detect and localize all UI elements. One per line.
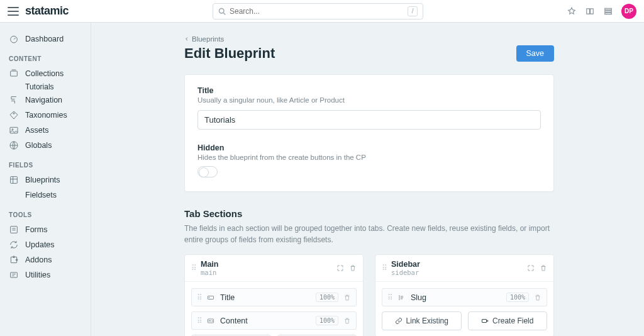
search-input[interactable]: [230, 7, 404, 16]
tab-name[interactable]: Sidebar: [391, 260, 522, 269]
global-search[interactable]: /: [213, 3, 423, 20]
nav-addons[interactable]: Addons: [0, 252, 91, 267]
nav-navigation[interactable]: Navigation: [0, 92, 91, 108]
svg-rect-16: [11, 272, 18, 277]
drag-handle-icon[interactable]: ⠿: [387, 293, 392, 302]
svg-rect-2: [605, 8, 612, 9]
wrench-icon: [9, 270, 19, 280]
search-shortcut-hint: /: [408, 6, 418, 16]
drag-handle-icon[interactable]: ⠿: [197, 316, 201, 325]
nav-utilities[interactable]: Utilities: [0, 267, 91, 283]
width-badge[interactable]: 100%: [506, 293, 529, 302]
save-button[interactable]: Save: [516, 45, 555, 62]
svg-rect-11: [11, 177, 18, 184]
hidden-label: Hidden: [197, 143, 541, 152]
trash-icon[interactable]: [349, 264, 357, 272]
nav-label: Dashboard: [25, 35, 64, 43]
svg-point-7: [13, 113, 14, 114]
navigation-icon: [9, 95, 19, 105]
nav-dashboard[interactable]: Dashboard: [0, 31, 91, 47]
field-name: Title: [220, 293, 311, 302]
trash-icon[interactable]: [534, 294, 541, 301]
hidden-toggle[interactable]: [197, 166, 218, 177]
nav-label: Navigation: [25, 96, 62, 104]
expand-icon[interactable]: [527, 264, 535, 272]
field-name: Slug: [411, 293, 501, 302]
nav-label: Utilities: [25, 271, 50, 279]
chevron-left-icon: [184, 36, 189, 42]
svg-line-1: [223, 13, 225, 14]
nav-blueprints[interactable]: Blueprints: [0, 172, 91, 188]
nav-globals[interactable]: Globals: [0, 138, 91, 153]
breadcrumb-parent: Blueprints: [192, 35, 224, 43]
svg-rect-20: [482, 320, 487, 323]
title-label: Title: [197, 86, 541, 95]
collections-icon: [9, 69, 19, 79]
nav-label: Globals: [25, 141, 52, 150]
hidden-field-block: Hidden Hides the blueprint from the crea…: [197, 143, 541, 177]
title-input[interactable]: [197, 110, 541, 130]
nav-forms[interactable]: Forms: [0, 222, 91, 237]
field-row[interactable]: ⠿ Content 100%: [191, 311, 357, 330]
gauge-icon: [9, 34, 19, 44]
drag-handle-icon[interactable]: ⠿: [382, 264, 386, 272]
svg-point-9: [12, 129, 13, 130]
hidden-help: Hides the blueprint from the create butt…: [197, 154, 541, 161]
tab-card-sidebar: ⠿ Sidebar sidebar: [375, 254, 554, 336]
globe-icon: [9, 140, 19, 150]
tag-icon: [9, 110, 19, 120]
nav-label: Updates: [25, 240, 55, 249]
svg-rect-12: [11, 227, 18, 233]
search-icon: [218, 8, 226, 15]
nav-label: Forms: [25, 225, 47, 234]
nav-collections[interactable]: Collections: [0, 66, 91, 81]
width-badge[interactable]: 100%: [316, 316, 338, 325]
button-label: Create Field: [492, 316, 533, 325]
trash-icon[interactable]: [540, 264, 547, 272]
field-row[interactable]: ⠿ Slug 100%: [382, 288, 547, 306]
svg-rect-4: [605, 13, 612, 14]
link-icon: [395, 317, 402, 325]
blueprint-settings-card: Title Usually a singular noun, like Arti…: [184, 74, 554, 192]
field-name: Content: [220, 316, 311, 325]
nav-assets[interactable]: Assets: [0, 123, 91, 138]
trash-icon[interactable]: [343, 317, 351, 325]
preferences-icon[interactable]: [604, 7, 613, 16]
nav-taxonomies[interactable]: Taxonomies: [0, 108, 91, 123]
nav-heading-content: CONTENT: [0, 47, 91, 66]
field-row[interactable]: ⠿ Title 100%: [191, 288, 357, 306]
nav-collections-tutorials[interactable]: Tutorials: [0, 81, 91, 92]
link-existing-button[interactable]: Link Existing: [382, 311, 462, 330]
nav-updates[interactable]: Updates: [0, 237, 91, 252]
plus-field-icon: [481, 317, 489, 325]
trash-icon[interactable]: [343, 294, 351, 301]
nav-label: Blueprints: [25, 176, 60, 184]
nav-fieldsets[interactable]: Fieldsets: [0, 188, 91, 203]
avatar[interactable]: DP: [621, 4, 636, 19]
fieldset-icon: [9, 190, 19, 200]
book-icon[interactable]: [585, 7, 595, 16]
create-field-button[interactable]: Create Field: [468, 311, 548, 330]
svg-rect-6: [11, 71, 18, 76]
drag-handle-icon[interactable]: ⠿: [191, 264, 196, 272]
pin-icon[interactable]: [567, 7, 576, 16]
breadcrumb[interactable]: Blueprints: [184, 35, 554, 43]
tab-sections-help: The fields in each section will be group…: [184, 223, 554, 245]
content: Blueprints Edit Blueprint Save Title Usu…: [91, 23, 644, 336]
nav-heading-fields: FIELDS: [0, 153, 91, 172]
width-badge[interactable]: 100%: [316, 293, 338, 302]
menu-toggle[interactable]: [8, 7, 19, 16]
drag-handle-icon[interactable]: ⠿: [197, 293, 201, 302]
tab-sections-title: Tab Sections: [184, 208, 554, 219]
tab-handle: sidebar: [391, 269, 522, 276]
blueprint-icon: [9, 175, 19, 185]
tab-name[interactable]: Main: [201, 260, 331, 269]
svg-rect-3: [605, 10, 612, 11]
expand-icon[interactable]: [336, 264, 344, 272]
brand-logo[interactable]: statamic: [25, 4, 69, 18]
button-label: Link Existing: [406, 316, 448, 325]
svg-point-0: [219, 8, 225, 13]
puzzle-icon: [9, 255, 19, 265]
markdown-field-icon: [206, 317, 215, 325]
sidebar: Dashboard CONTENT Collections Tutorials …: [0, 23, 91, 336]
